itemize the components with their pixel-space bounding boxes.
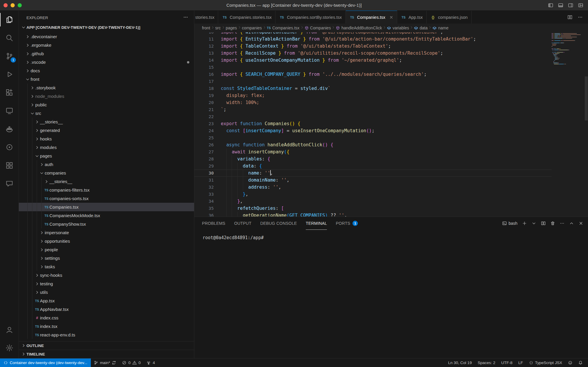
panel-tab-PORTS[interactable]: PORTS1 xyxy=(336,217,358,230)
activity-run-debug[interactable] xyxy=(0,65,19,83)
breadcrumb-src[interactable]: src xyxy=(215,26,221,30)
code-line-27[interactable]: 27 await insertCompany({ xyxy=(194,148,552,155)
tree-item-settings[interactable]: settings xyxy=(19,254,194,262)
status-encoding[interactable]: UTF-8 xyxy=(498,358,515,367)
tree-item-index.css[interactable]: #index.css xyxy=(19,314,194,322)
code-line-15[interactable]: 15 xyxy=(194,64,552,71)
tree-item-App.tsx[interactable]: TSApp.tsx xyxy=(19,296,194,305)
tree-item-Companies.tsx[interactable]: TSCompanies.tsx xyxy=(19,203,194,211)
tree-item-testing[interactable]: testing xyxy=(19,279,194,288)
code-line-13[interactable]: 13import { RecoilScope } from '@/ui/util… xyxy=(194,50,552,57)
tree-item-CompaniesMockMode.tsx[interactable]: TSCompaniesMockMode.tsx xyxy=(19,211,194,220)
activity-explorer[interactable] xyxy=(0,11,19,29)
tree-item-pages[interactable]: pages xyxy=(19,152,194,160)
breadcrumb-pages[interactable]: pages xyxy=(226,26,237,30)
tree-item-.github[interactable]: .github xyxy=(19,49,194,58)
status-branch[interactable]: main* xyxy=(91,358,119,367)
tree-item-generated[interactable]: generated xyxy=(19,126,194,135)
breadcrumb-handleAddButtonClick[interactable]: handleAddButtonClick xyxy=(336,26,382,30)
activity-target[interactable] xyxy=(0,138,19,156)
close-tab-icon[interactable] xyxy=(389,15,393,19)
explorer-more-actions-icon[interactable] xyxy=(183,15,188,21)
activity-remote-explorer[interactable] xyxy=(0,102,19,120)
tree-item-opportunities[interactable]: opportunities xyxy=(19,237,194,245)
tree-item-front[interactable]: front xyxy=(19,75,194,83)
status-notifications[interactable] xyxy=(575,358,586,367)
tree-item-public[interactable]: public xyxy=(19,100,194,109)
tree-item-__stories__[interactable]: __stories__ xyxy=(19,177,194,186)
tree-item-__stories__[interactable]: __stories__ xyxy=(19,118,194,126)
layout-sidebar-right-button[interactable] xyxy=(568,3,573,8)
explorer-section-header[interactable]: APP [CONTAINER DEV-TWENTY-DEV (DEV-TWENT… xyxy=(19,23,194,32)
tab-App.tsx[interactable]: TSApp.tsx xyxy=(397,11,427,24)
tree-item-src[interactable]: src xyxy=(19,109,194,118)
code-line-22[interactable]: 22 xyxy=(194,113,552,120)
tree-item-CompanyShow.tsx[interactable]: TSCompanyShow.tsx xyxy=(19,220,194,228)
tree-item-.ergomake[interactable]: .ergomake xyxy=(19,41,194,49)
minimize-window-button[interactable] xyxy=(11,3,15,7)
tree-item-people[interactable]: people xyxy=(19,245,194,254)
layout-panel-button[interactable] xyxy=(558,3,563,8)
tree-item-companies[interactable]: companies xyxy=(19,169,194,177)
tree-item-AppNavbar.tsx[interactable]: TSAppNavbar.tsx xyxy=(19,305,194,314)
status-problems[interactable]: 00 xyxy=(119,358,143,367)
breadcrumb-front[interactable]: front xyxy=(202,26,210,30)
tree-item-impersonate[interactable]: impersonate xyxy=(19,228,194,237)
status-line-col[interactable]: Ln 30, Col 19 xyxy=(445,358,475,367)
code-line-20[interactable]: 20 width: 100%; xyxy=(194,99,552,106)
status-language-mode[interactable]: TypeScript JSX xyxy=(526,358,565,367)
launch-profile-button[interactable] xyxy=(532,221,536,226)
terminal-content[interactable]: root@0a42ecd84891:/app# xyxy=(194,230,588,240)
code-line-10[interactable]: 10import { WithTopBarContainer } from '@… xyxy=(194,32,552,36)
tree-item-.vscode[interactable]: .vscode xyxy=(19,58,194,66)
kill-terminal-button[interactable] xyxy=(550,221,555,226)
tab-companies.json[interactable]: {}companies.json xyxy=(427,11,472,24)
code-line-28[interactable]: 28 variables: { xyxy=(194,155,552,162)
activity-docker[interactable] xyxy=(0,120,19,138)
tree-item-companies-sorts.tsx[interactable]: TScompanies-sorts.tsx xyxy=(19,194,194,203)
code-line-32[interactable]: 32 address: '', xyxy=(194,184,552,191)
tree-item-companies-filters.tsx[interactable]: TScompanies-filters.tsx xyxy=(19,186,194,194)
minimap[interactable] xyxy=(552,33,584,65)
activity-search[interactable] xyxy=(0,29,19,47)
tree-item-auth[interactable]: auth xyxy=(19,160,194,169)
breadcrumb-Companies[interactable]: Companies xyxy=(305,26,331,30)
status-eol[interactable]: LF xyxy=(515,358,526,367)
tab-Companies.stories.tsx[interactable]: TSCompanies.stories.tsx xyxy=(218,11,275,24)
code-line-33[interactable]: 33 }, xyxy=(194,191,552,198)
new-terminal-button[interactable] xyxy=(522,221,527,226)
tree-item-react-app-env.d.ts[interactable]: TSreact-app-env.d.ts xyxy=(19,331,194,339)
code-line-25[interactable]: 25 xyxy=(194,134,552,141)
code-line-31[interactable]: 31 domainName: '', xyxy=(194,177,552,184)
tree-item-modules[interactable]: modules xyxy=(19,143,194,152)
outline-section[interactable]: OUTLINE xyxy=(19,341,194,350)
code-line-12[interactable]: 12import { TableContext } from '@/ui/tab… xyxy=(194,43,552,50)
breadcrumb-Companies.tsx[interactable]: TSCompanies.tsx xyxy=(267,26,300,30)
split-terminal-button[interactable] xyxy=(541,221,546,226)
tree-item-docs[interactable]: docs xyxy=(19,66,194,75)
activity-chat[interactable] xyxy=(0,175,19,193)
code-line-21[interactable]: 21`; xyxy=(194,106,552,113)
shell-bash-button[interactable]: bash xyxy=(502,221,517,226)
code-line-36[interactable]: 36 getOperationName(GET_COMPANIES) ?? ''… xyxy=(194,212,552,217)
code-line-34[interactable]: 34 }, xyxy=(194,198,552,205)
code-line-16[interactable]: 16import { SEARCH_COMPANY_QUERY } from '… xyxy=(194,71,552,78)
tab-Companies.tsx[interactable]: TSCompanies.tsx xyxy=(346,11,397,24)
status-indentation[interactable]: Spaces: 2 xyxy=(475,358,498,367)
tree-item-node_modules[interactable]: node_modules xyxy=(19,92,194,100)
breadcrumb-variables[interactable]: variables xyxy=(387,26,409,30)
tree-item-.storybook[interactable]: .storybook xyxy=(19,83,194,92)
close-panel-button[interactable] xyxy=(579,221,583,226)
tab-Companies.sortBy.stories.tsx[interactable]: TSCompanies.sortBy.stories.tsx xyxy=(275,11,346,24)
code-line-19[interactable]: 19 display: flex; xyxy=(194,92,552,99)
more-actions-button[interactable] xyxy=(560,221,564,226)
split-editor-button[interactable] xyxy=(567,15,572,20)
panel-tab-DEBUG CONSOLE[interactable]: DEBUG CONSOLE xyxy=(260,217,297,230)
breadcrumb-companies[interactable]: companies xyxy=(242,26,262,30)
code-editor[interactable]: 10import { WithTopBarContainer } from '@… xyxy=(194,32,588,217)
zoom-window-button[interactable] xyxy=(18,3,22,7)
status-feedback[interactable] xyxy=(565,358,575,367)
tree-item-sync-hooks[interactable]: sync-hooks xyxy=(19,271,194,279)
code-line-26[interactable]: 26 async function handleAddButtonClick()… xyxy=(194,141,552,148)
tree-item-tasks[interactable]: tasks xyxy=(19,262,194,271)
